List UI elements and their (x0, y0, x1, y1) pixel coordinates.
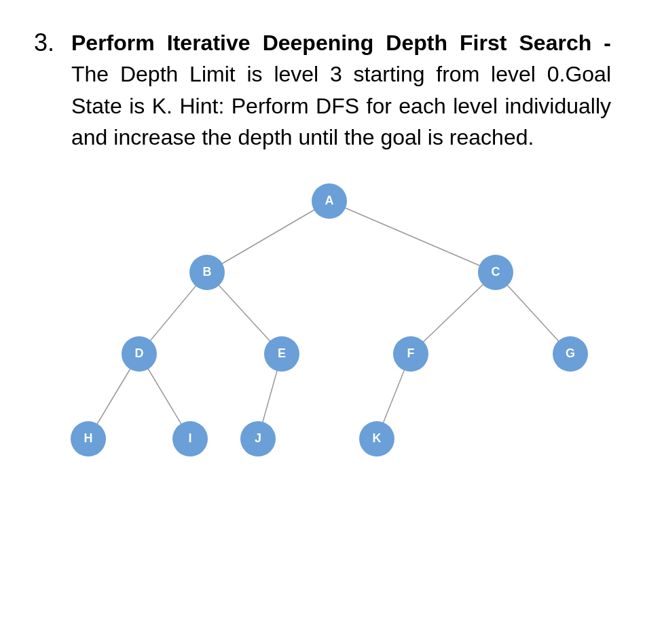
tree-node-c: C (478, 255, 513, 290)
bold-text: Perform Iterative Deepening Depth First … (71, 31, 611, 55)
tree-node-k: K (359, 421, 394, 457)
tree-node-h: H (71, 421, 106, 457)
tree-node-j: J (240, 421, 276, 457)
description: Perform Iterative Deepening Depth First … (71, 27, 611, 154)
tree-diagram: ABCDEFGHIJK (34, 167, 625, 507)
tree-node-g: G (553, 336, 588, 372)
svg-line-1 (329, 201, 496, 272)
normal-text: The Depth Limit is level 3 starting from… (71, 62, 611, 149)
tree-node-f: F (393, 336, 428, 372)
tree-node-d: D (122, 336, 157, 372)
tree-node-e: E (264, 336, 299, 372)
item-number: 3. (34, 27, 71, 154)
page-container: 3. Perform Iterative Deepening Depth Fir… (0, 0, 645, 644)
svg-line-0 (207, 201, 329, 272)
tree-node-a: A (312, 183, 347, 219)
text-section: 3. Perform Iterative Deepening Depth Fir… (34, 27, 611, 154)
tree-node-b: B (189, 255, 225, 290)
tree-node-i: I (172, 421, 208, 457)
